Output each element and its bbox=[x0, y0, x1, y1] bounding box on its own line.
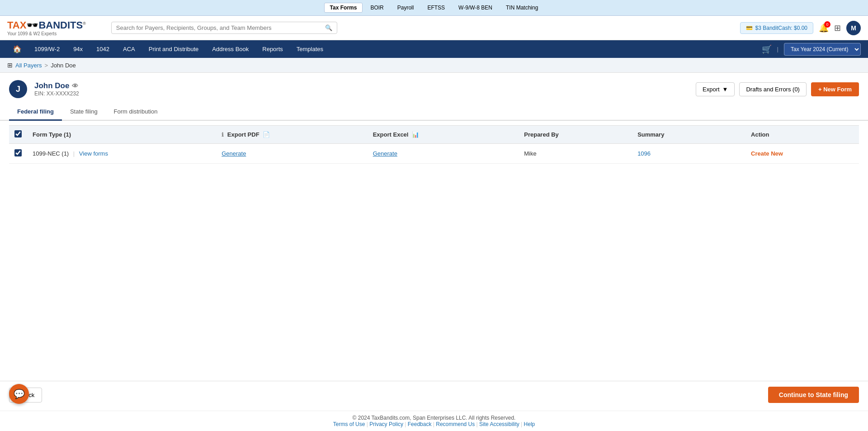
drafts-errors-button[interactable]: Drafts and Errors (0) bbox=[739, 82, 806, 96]
bandit-cash[interactable]: 💳 $3 BanditCash: $0.00 bbox=[740, 22, 813, 34]
payer-ein: EIN: XX-XXXX232 bbox=[34, 90, 689, 97]
export-chevron-icon: ▼ bbox=[722, 86, 728, 93]
col-form-type: Form Type (1) bbox=[27, 126, 216, 144]
row-checkbox[interactable] bbox=[14, 149, 22, 156]
bandit-cash-label: $3 BanditCash: $0.00 bbox=[755, 25, 807, 31]
row-form-type: 1099-NEC (1) | View forms bbox=[27, 144, 216, 164]
chat-bubble[interactable]: 💬 bbox=[9, 384, 29, 404]
new-form-button[interactable]: + New Form bbox=[811, 82, 859, 96]
summary-link[interactable]: 1096 bbox=[637, 150, 651, 157]
payer-actions: Export ▼ Drafts and Errors (0) + New For… bbox=[696, 82, 859, 96]
notification-bell[interactable]: 🔔 0 bbox=[819, 23, 829, 33]
top-nav: Tax Forms BOIR Payroll EFTSS W-9/W-8 BEN… bbox=[0, 0, 868, 16]
nav-aca[interactable]: ACA bbox=[117, 40, 142, 58]
export-pdf-info-icon: ℹ bbox=[222, 132, 224, 138]
content-area: J John Doe 👁 EIN: XX-XXXX232 Export ▼ Dr… bbox=[0, 73, 868, 413]
top-nav-eftss[interactable]: EFTSS bbox=[421, 3, 451, 13]
nav-1099-w2[interactable]: 1099/W-2 bbox=[28, 40, 66, 58]
forms-table-container: Form Type (1) ℹ Export PDF 📄 Export Exce… bbox=[0, 125, 868, 164]
footer: © 2024 TaxBandits.com, Span Enterprises … bbox=[0, 411, 868, 413]
logo: TAX🕶️BANDITS® Your 1099 & W2 Experts bbox=[7, 19, 86, 36]
grid-icon[interactable]: ⊞ bbox=[834, 23, 841, 33]
table-header-row: Form Type (1) ℹ Export PDF 📄 Export Exce… bbox=[9, 126, 859, 144]
generate-pdf-link[interactable]: Generate bbox=[222, 150, 246, 157]
logo-subtitle: Your 1099 & W2 Experts bbox=[7, 31, 86, 36]
tab-federal-filing[interactable]: Federal filing bbox=[9, 104, 62, 121]
nav-right: 🛒 | Tax Year 2024 (Current) bbox=[762, 43, 861, 56]
table-row: 1099-NEC (1) | View forms Generate Gener… bbox=[9, 144, 859, 164]
pdf-icon: 📄 bbox=[263, 131, 270, 138]
payer-header: J John Doe 👁 EIN: XX-XXXX232 Export ▼ Dr… bbox=[0, 73, 868, 98]
nav-1042[interactable]: 1042 bbox=[90, 40, 116, 58]
col-export-excel: Export Excel 📊 bbox=[368, 126, 519, 144]
payer-avatar: J bbox=[9, 80, 27, 98]
search-input[interactable] bbox=[116, 24, 325, 31]
notification-badge: 0 bbox=[824, 21, 830, 28]
search-icon[interactable]: 🔍 bbox=[325, 24, 332, 31]
nav-address-book[interactable]: Address Book bbox=[206, 40, 255, 58]
select-all-checkbox[interactable] bbox=[14, 130, 22, 137]
excel-icon: 📊 bbox=[412, 131, 419, 138]
home-icon[interactable]: 🏠 bbox=[7, 40, 27, 58]
top-nav-tin[interactable]: TIN Matching bbox=[500, 3, 544, 13]
continue-button[interactable]: Continue to State filing bbox=[768, 387, 859, 403]
form-type-label: 1099-NEC (1) bbox=[33, 150, 69, 157]
tabs: Federal filing State filing Form distrib… bbox=[0, 104, 868, 121]
cart-icon[interactable]: 🛒 bbox=[762, 44, 772, 54]
col-action: Action bbox=[745, 126, 859, 144]
export-label: Export bbox=[703, 86, 720, 93]
breadcrumb-current: John Doe bbox=[51, 62, 76, 69]
view-forms-link[interactable]: View forms bbox=[79, 150, 108, 157]
col-summary: Summary bbox=[632, 126, 745, 144]
avatar[interactable]: M bbox=[846, 21, 861, 35]
top-nav-boir[interactable]: BOIR bbox=[364, 3, 389, 13]
header-checkbox-cell bbox=[9, 126, 27, 144]
row-prepared-by: Mike bbox=[519, 144, 632, 164]
nav-reports[interactable]: Reports bbox=[256, 40, 289, 58]
payer-name-text: John Doe bbox=[34, 81, 69, 90]
generate-excel-link[interactable]: Generate bbox=[373, 150, 397, 157]
row-action: Create New bbox=[745, 144, 859, 164]
col-export-pdf: ℹ Export PDF 📄 bbox=[216, 126, 368, 144]
row-summary: 1096 bbox=[632, 144, 745, 164]
header-right: 💳 $3 BanditCash: $0.00 🔔 0 ⊞ M bbox=[740, 21, 861, 35]
payer-info: John Doe 👁 EIN: XX-XXXX232 bbox=[34, 81, 689, 97]
tab-form-distribution[interactable]: Form distribution bbox=[106, 104, 166, 121]
col-prepared-by: Prepared By bbox=[519, 126, 632, 144]
breadcrumb-all-payers[interactable]: All Payers bbox=[15, 62, 42, 69]
create-new-link[interactable]: Create New bbox=[751, 150, 783, 157]
row-export-pdf: Generate bbox=[216, 144, 368, 164]
nav-94x[interactable]: 94x bbox=[67, 40, 89, 58]
tab-state-filing[interactable]: State filing bbox=[62, 104, 106, 121]
header: TAX🕶️BANDITS® Your 1099 & W2 Experts 🔍 💳… bbox=[0, 16, 868, 40]
chat-icon: 💬 bbox=[14, 388, 25, 399]
nav-print-distribute[interactable]: Print and Distribute bbox=[142, 40, 205, 58]
bottom-bar: ‹ Back Continue to State filing bbox=[0, 381, 868, 408]
top-nav-w9[interactable]: W-9/W-8 BEN bbox=[453, 3, 498, 13]
eye-icon[interactable]: 👁 bbox=[72, 82, 78, 90]
nav-separator: | bbox=[777, 46, 778, 52]
main-nav: 🏠 1099/W-2 94x 1042 ACA Print and Distri… bbox=[0, 40, 868, 58]
top-nav-tax-forms[interactable]: Tax Forms bbox=[324, 3, 363, 13]
row-separator: | bbox=[73, 150, 75, 157]
export-button[interactable]: Export ▼ bbox=[696, 82, 735, 96]
breadcrumb: ⊞ All Payers > John Doe bbox=[0, 58, 868, 73]
breadcrumb-separator: > bbox=[45, 62, 48, 69]
breadcrumb-icon: ⊞ bbox=[7, 62, 13, 69]
search-bar[interactable]: 🔍 bbox=[111, 22, 337, 34]
forms-table: Form Type (1) ℹ Export PDF 📄 Export Exce… bbox=[9, 125, 859, 164]
tax-year-select[interactable]: Tax Year 2024 (Current) bbox=[784, 43, 861, 56]
nav-templates[interactable]: Templates bbox=[290, 40, 330, 58]
top-nav-payroll[interactable]: Payroll bbox=[392, 3, 420, 13]
bandit-cash-icon: 💳 bbox=[746, 25, 753, 31]
row-checkbox-cell bbox=[9, 144, 27, 164]
row-export-excel: Generate bbox=[368, 144, 519, 164]
